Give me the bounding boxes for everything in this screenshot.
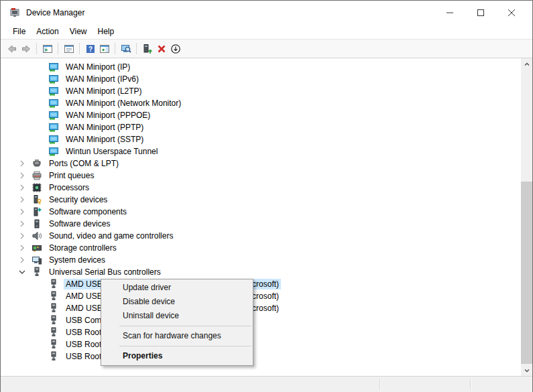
maximize-button[interactable] [465, 1, 496, 24]
scroll-up-button[interactable] [521, 58, 532, 70]
tree-item[interactable]: Security devices [1, 194, 532, 206]
tree-item[interactable]: Software devices [1, 218, 532, 230]
menu-file[interactable]: File [7, 25, 31, 38]
chevron-right-icon[interactable] [18, 232, 26, 240]
back-icon [7, 44, 17, 54]
action-pane-icon [99, 44, 110, 54]
tree-item-label[interactable]: WAN Miniport (L2TP) [64, 86, 144, 96]
chevron-right-icon[interactable] [18, 159, 26, 168]
scroll-down-icon [524, 367, 530, 374]
context-menu-item-scan-for-hardware-changes[interactable]: Scan for hardware changes [101, 329, 253, 343]
scan-hardware-button[interactable] [120, 43, 131, 54]
tree-item[interactable]: USB Root Hub (USB 3.0) [1, 338, 532, 350]
tree-item[interactable]: USB Root Hub (USB 3.0) [1, 350, 532, 363]
tree-item[interactable]: WAN Miniport (IPv6) [1, 73, 532, 85]
tree-item-label[interactable]: WAN Miniport (PPTP) [64, 122, 145, 133]
forward-button[interactable] [20, 43, 32, 54]
context-menu: Update driverDisable deviceUninstall dev… [101, 279, 253, 366]
context-menu-item-properties[interactable]: Properties [101, 349, 253, 363]
network-adapter-icon [48, 146, 59, 157]
context-menu-separator [119, 326, 251, 326]
security-device-icon [32, 194, 42, 205]
tree-item-label[interactable]: Software devices [47, 218, 112, 229]
tree-item-label[interactable]: System devices [47, 255, 107, 265]
disable-button[interactable] [170, 43, 181, 54]
tree-item[interactable]: WAN Miniport (IP) [1, 61, 532, 73]
minimize-button[interactable] [434, 1, 465, 24]
tree-item[interactable]: Ports (COM & LPT) [1, 157, 532, 170]
chevron-down-icon[interactable] [18, 268, 26, 276]
uninstall-button[interactable] [156, 43, 167, 54]
context-menu-item-update-driver[interactable]: Update driver [101, 281, 253, 295]
tree-item-label[interactable]: Print queues [47, 170, 96, 181]
context-menu-item-disable-device[interactable]: Disable device [101, 295, 253, 309]
tree-item[interactable]: AMD USB 3.10 eXtensible Host Controller … [1, 302, 532, 314]
tree-item-label[interactable]: Storage controllers [47, 243, 119, 253]
tree-item[interactable]: AMD USB 3.10 eXtensible Host Controller … [1, 290, 532, 302]
status-bar [1, 376, 532, 392]
tree-item-label[interactable]: WAN Miniport (SSTP) [64, 134, 145, 145]
menu-action[interactable]: Action [31, 25, 64, 38]
tree-item[interactable]: WAN Miniport (L2TP) [1, 85, 532, 97]
usb-icon [48, 291, 59, 302]
tree-item-label[interactable]: Software components [47, 206, 129, 217]
software-component-icon [32, 206, 42, 217]
tree-item[interactable]: Storage controllers [1, 242, 532, 254]
close-icon [508, 9, 515, 16]
tree-item-label[interactable]: WAN Miniport (PPPOE) [64, 110, 152, 121]
toolbar-separator [136, 43, 137, 54]
help-button[interactable] [84, 43, 96, 54]
tree-item-label[interactable]: WAN Miniport (IPv6) [64, 74, 141, 84]
tree-item-label[interactable]: WAN Miniport (Network Monitor) [64, 98, 183, 109]
menu-help[interactable]: Help [93, 25, 120, 38]
tree-item[interactable]: Processors [1, 182, 532, 194]
tree-item-selected[interactable]: AMD USB 3.10 eXtensible Host Controller … [1, 278, 532, 290]
toolbar [1, 39, 532, 58]
tree-item[interactable]: WAN Miniport (SSTP) [1, 133, 532, 145]
action-pane-button[interactable] [99, 43, 110, 54]
tree-item[interactable]: Wintun Userspace Tunnel [1, 145, 532, 157]
scrollbar-thumb[interactable] [521, 182, 532, 364]
tree-rows: WAN Miniport (IP)WAN Miniport (IPv6)WAN … [1, 58, 532, 363]
menu-view[interactable]: View [64, 25, 93, 38]
tree-item[interactable]: USB Composite Device [1, 314, 532, 326]
tree-item[interactable]: USB Root Hub (USB 3.0) [1, 326, 532, 338]
context-menu-item-uninstall-device[interactable]: Uninstall device [101, 309, 253, 323]
toolbar-separator [115, 43, 115, 54]
disable-icon [170, 44, 181, 54]
tree-item-label[interactable]: WAN Miniport (IP) [64, 62, 132, 72]
toolbar-separator [79, 43, 80, 54]
tree-item-label[interactable]: Ports (COM & LPT) [47, 158, 121, 169]
chevron-right-icon[interactable] [18, 196, 26, 204]
chevron-right-icon[interactable] [18, 208, 26, 216]
tree-item-label[interactable]: Wintun Userspace Tunnel [64, 146, 160, 157]
tree-item-label[interactable]: Universal Serial Bus controllers [47, 267, 163, 277]
tree-item[interactable]: Software components [1, 206, 532, 218]
chevron-right-icon[interactable] [18, 220, 26, 228]
properties-button[interactable] [63, 43, 74, 54]
toolbar-separator [58, 43, 58, 54]
chevron-right-icon[interactable] [18, 184, 26, 192]
close-button[interactable] [496, 1, 527, 24]
chevron-right-icon[interactable] [18, 256, 26, 264]
tree-item[interactable]: System devices [1, 254, 532, 266]
console-tree-button[interactable] [42, 43, 53, 54]
scroll-down-button[interactable] [521, 365, 532, 376]
tree-item[interactable]: Sound, video and game controllers [1, 230, 532, 242]
network-adapter-icon [48, 98, 59, 109]
update-driver-button[interactable] [141, 43, 153, 54]
context-menu-separator [119, 346, 251, 346]
vertical-scrollbar[interactable] [521, 58, 532, 376]
tree-item[interactable]: WAN Miniport (PPPOE) [1, 109, 532, 121]
tree-item[interactable]: Universal Serial Bus controllers [1, 266, 532, 278]
tree-item-label[interactable]: Security devices [47, 194, 109, 205]
back-button[interactable] [6, 43, 17, 54]
tree-item-label[interactable]: Processors [47, 182, 91, 193]
chevron-right-icon[interactable] [18, 244, 26, 252]
tree-item[interactable]: WAN Miniport (PPTP) [1, 121, 532, 133]
tree-item[interactable]: WAN Miniport (Network Monitor) [1, 97, 532, 109]
chevron-right-icon[interactable] [18, 172, 26, 180]
tree-item[interactable]: Print queues [1, 170, 532, 182]
storage-icon [32, 243, 42, 253]
tree-item-label[interactable]: Sound, video and game controllers [47, 231, 175, 241]
